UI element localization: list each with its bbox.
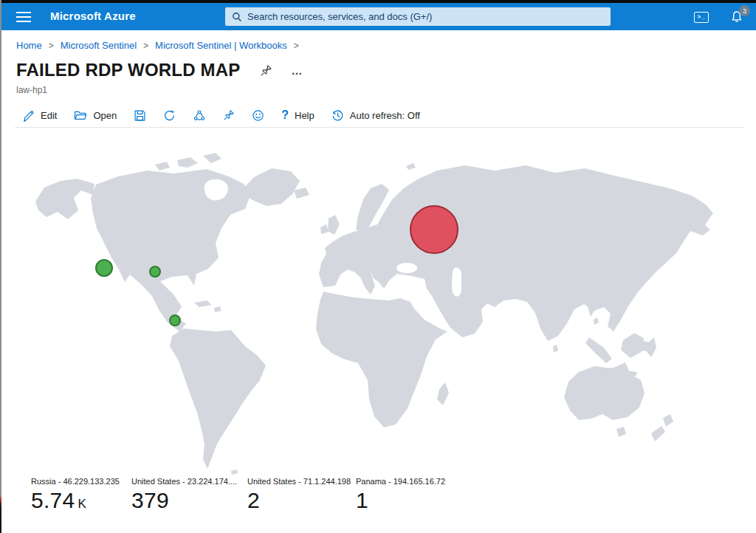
pin-workbook-button[interactable]	[223, 109, 235, 121]
bubble-layer	[22, 145, 731, 478]
stat-us-2: United States - 71.1.244.198 2	[247, 477, 351, 513]
auto-refresh-clock-icon	[331, 109, 344, 122]
global-search[interactable]	[225, 7, 611, 26]
stat-panama: Panama - 194.165.16.72 1	[356, 477, 445, 513]
pin-icon	[260, 64, 272, 77]
notification-badge: 3	[739, 5, 750, 16]
stat-label: Russia - 46.229.133.235	[31, 477, 120, 486]
question-mark-icon: ?	[281, 109, 289, 122]
search-icon	[232, 12, 242, 22]
share-icon	[193, 109, 206, 122]
edit-button[interactable]: Edit	[22, 109, 57, 122]
toolbar-divider	[15, 127, 744, 128]
auto-refresh-button[interactable]: Auto refresh: Off	[331, 109, 420, 122]
save-button[interactable]	[134, 109, 146, 122]
hamburger-menu-icon[interactable]	[10, 9, 37, 25]
chevron-right-icon: >	[143, 41, 148, 51]
pin-to-dashboard-button[interactable]	[260, 64, 272, 77]
smiley-icon	[252, 109, 264, 122]
stat-label: United States - 71.1.244.198	[247, 477, 351, 486]
cloud-shell-icon: >_	[694, 12, 709, 23]
map-bubble[interactable]	[169, 314, 181, 326]
notifications-button[interactable]: 3	[728, 8, 746, 26]
open-button[interactable]: Open	[74, 109, 117, 121]
world-map-visualization	[22, 145, 731, 478]
stat-value: 5.74K	[31, 488, 120, 513]
refresh-icon	[163, 109, 176, 122]
workspace-name: law-hp1	[16, 85, 47, 95]
breadcrumb-sentinel[interactable]: Microsoft Sentinel	[61, 40, 137, 51]
stat-russia: Russia - 46.229.133.235 5.74K	[31, 477, 120, 513]
chevron-right-icon: >	[294, 41, 299, 51]
open-folder-icon	[74, 109, 87, 121]
map-bubble[interactable]	[95, 259, 113, 277]
azure-top-bar: Microsoft Azure >_ 3	[0, 3, 756, 30]
stat-value: 379	[131, 488, 237, 513]
pencil-icon	[22, 109, 35, 122]
breadcrumb-home[interactable]: Home	[16, 40, 42, 51]
stat-value: 2	[247, 488, 351, 513]
share-button[interactable]	[193, 109, 206, 122]
more-options-button[interactable]: …	[292, 64, 303, 77]
stat-label: United States - 23.224.174....	[131, 477, 237, 486]
window-frame-left	[0, 0, 1, 533]
pin-icon	[223, 109, 235, 121]
map-bubble[interactable]	[410, 205, 458, 254]
cloud-shell-button[interactable]: >_	[693, 8, 710, 26]
help-button[interactable]: ? Help	[281, 109, 315, 122]
stat-value: 1	[356, 488, 445, 513]
refresh-button[interactable]	[163, 109, 176, 122]
stat-us-1: United States - 23.224.174.... 379	[131, 477, 237, 513]
feedback-button[interactable]	[252, 109, 264, 122]
save-icon	[134, 109, 146, 122]
breadcrumb-workbooks[interactable]: Microsoft Sentinel | Workbooks	[155, 40, 287, 51]
search-input[interactable]	[247, 7, 611, 26]
chevron-right-icon: >	[49, 41, 54, 51]
map-bubble[interactable]	[149, 266, 161, 278]
workbook-toolbar: Edit Open	[22, 104, 420, 126]
stat-label: Panama - 194.165.16.72	[356, 477, 445, 486]
page-title: FAILED RDP WORLD MAP	[16, 60, 241, 80]
azure-brand[interactable]: Microsoft Azure	[50, 10, 136, 22]
window-frame-top	[0, 0, 756, 3]
breadcrumb: Home > Microsoft Sentinel > Microsoft Se…	[16, 40, 299, 51]
